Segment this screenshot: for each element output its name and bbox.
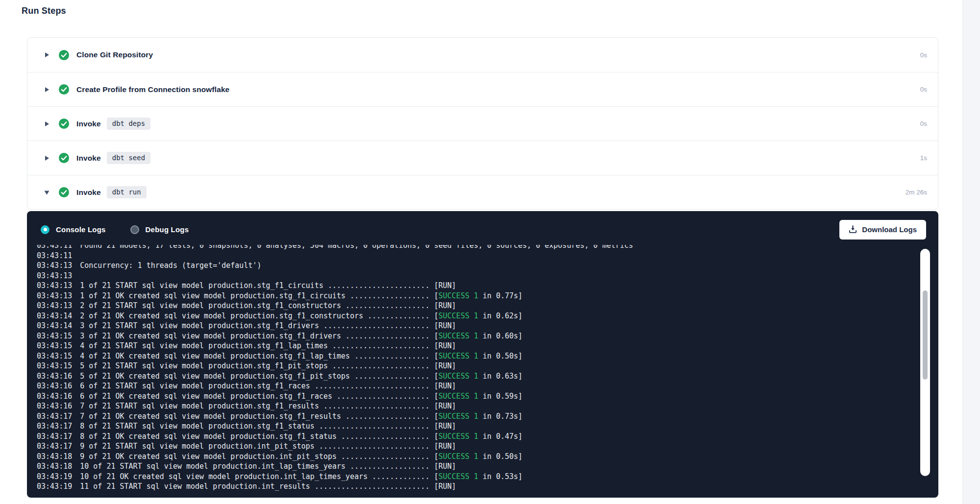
success-check-icon — [59, 50, 69, 60]
step-command-badge: dbt deps — [107, 118, 150, 130]
step-label: Create Profile from Connection snowflake — [76, 85, 229, 94]
step-label: Invoke — [76, 154, 101, 163]
log-timestamp: 03:43:16 — [37, 381, 72, 391]
caret-icon[interactable] — [44, 121, 49, 127]
page-title: Run Steps — [22, 6, 66, 16]
log-scrollbar-thumb[interactable] — [923, 290, 928, 380]
page-background-gutter — [962, 0, 980, 504]
step-row[interactable]: Clone Git Repository 0s — [27, 38, 938, 72]
step-label: Invoke — [76, 188, 101, 197]
step-row[interactable]: Invoke dbt seed 1s — [27, 141, 938, 175]
log-line: 03:43:143 of 21 START sql view model pro… — [37, 321, 919, 331]
log-timestamp: 03:43:17 — [37, 411, 72, 422]
radio-selected-icon[interactable] — [41, 225, 49, 234]
log-line: 03:43:1911 of 21 START sql view model pr… — [37, 481, 919, 491]
debug-logs-label: Debug Logs — [146, 225, 189, 234]
success-status-text: SUCCESS 1 — [439, 352, 478, 360]
log-line: 03:43:166 of 21 START sql view model pro… — [37, 381, 919, 391]
step-duration: 0s — [920, 51, 927, 59]
log-line: 03:43:165 of 21 OK created sql view mode… — [37, 371, 919, 382]
log-timestamp: 03:43:14 — [37, 311, 72, 321]
log-timestamp: 03:43:18 — [37, 452, 72, 462]
console-log-output[interactable]: 03:43:11Found 21 models, 17 tests, 0 sna… — [27, 245, 919, 491]
step-label: Invoke — [76, 120, 101, 128]
caret-icon[interactable] — [44, 190, 49, 195]
success-check-icon — [59, 119, 69, 129]
log-timestamp: 03:43:16 — [37, 401, 72, 411]
log-timestamp: 03:43:14 — [37, 321, 72, 331]
log-line: 03:43:132 of 21 START sql view model pro… — [37, 301, 919, 311]
download-icon — [849, 225, 857, 234]
log-timestamp: 03:43:13 — [37, 291, 72, 301]
log-timestamp: 03:43:19 — [37, 481, 72, 491]
log-line: 03:43:166 of 21 OK created sql view mode… — [37, 391, 919, 402]
run-steps-list: Clone Git Repository 0s Create Profile f… — [27, 37, 938, 210]
log-scrollbar[interactable] — [920, 249, 930, 476]
success-check-icon — [59, 187, 69, 197]
step-duration: 2m 26s — [906, 189, 927, 196]
success-status-text: SUCCESS 1 — [439, 392, 478, 401]
log-timestamp: 03:43:15 — [37, 351, 72, 361]
log-line: 03:43:131 of 21 OK created sql view mode… — [37, 291, 919, 301]
log-line: 03:43:153 of 21 OK created sql view mode… — [37, 331, 919, 341]
log-line: 03:43:131 of 21 START sql view model pro… — [37, 281, 919, 291]
log-line: 03:43:142 of 21 OK created sql view mode… — [37, 311, 919, 321]
log-line: 03:43:11Found 21 models, 17 tests, 0 sna… — [37, 245, 919, 251]
log-panel-header: Console Logs Debug Logs Download Logs — [27, 211, 938, 245]
log-timestamp: 03:43:16 — [37, 371, 72, 382]
caret-icon[interactable] — [44, 87, 49, 93]
radio-unselected-icon[interactable] — [130, 225, 139, 234]
success-check-icon — [59, 153, 69, 163]
log-timestamp: 03:43:17 — [37, 432, 72, 442]
log-timestamp: 03:43:15 — [37, 361, 72, 371]
log-line: 03:43:1810 of 21 START sql view model pr… — [37, 461, 919, 472]
log-timestamp: 03:43:18 — [37, 461, 72, 472]
step-label: Clone Git Repository — [76, 50, 153, 59]
log-timestamp: 03:43:15 — [37, 341, 72, 351]
log-line: 03:43:154 of 21 START sql view model pro… — [37, 341, 919, 351]
log-line: 03:43:155 of 21 START sql view model pro… — [37, 361, 919, 371]
log-line: 03:43:189 of 21 OK created sql view mode… — [37, 452, 919, 462]
step-row[interactable]: Invoke dbt deps 0s — [27, 106, 938, 141]
caret-icon[interactable] — [44, 52, 49, 58]
log-line: 03:43:167 of 21 START sql view model pro… — [37, 401, 919, 411]
step-command-badge: dbt run — [107, 186, 147, 198]
success-status-text: SUCCESS 1 — [439, 472, 478, 481]
log-line: 03:43:1910 of 21 OK created sql view mod… — [37, 472, 919, 482]
log-line: 03:43:178 of 21 START sql view model pro… — [37, 421, 919, 432]
log-line: 03:43:13 — [37, 271, 919, 281]
debug-logs-radio[interactable]: Debug Logs — [130, 225, 189, 234]
log-line: 03:43:178 of 21 OK created sql view mode… — [37, 432, 919, 442]
success-check-icon — [59, 84, 69, 95]
step-duration: 0s — [920, 86, 927, 93]
log-line: 03:43:154 of 21 OK created sql view mode… — [37, 351, 919, 361]
step-duration: 0s — [920, 120, 927, 127]
download-logs-label: Download Logs — [862, 225, 917, 234]
log-timestamp: 03:43:11 — [37, 245, 72, 251]
success-status-text: SUCCESS 1 — [439, 372, 478, 381]
log-line: 03:43:11 — [37, 251, 919, 261]
log-line: 03:43:13Concurrency: 1 threads (target='… — [37, 261, 919, 271]
step-row[interactable]: Create Profile from Connection snowflake… — [27, 72, 938, 106]
console-logs-radio[interactable]: Console Logs — [41, 225, 106, 234]
step-row[interactable]: Invoke dbt run 2m 26s — [27, 175, 938, 209]
log-timestamp: 03:43:19 — [37, 472, 72, 482]
caret-icon[interactable] — [44, 155, 49, 161]
log-timestamp: 03:43:16 — [37, 391, 72, 402]
log-timestamp: 03:43:11 — [37, 251, 72, 261]
success-status-text: SUCCESS 1 — [439, 432, 478, 441]
log-line: 03:43:179 of 21 START sql view model pro… — [37, 441, 919, 452]
success-status-text: SUCCESS 1 — [439, 452, 478, 461]
log-timestamp: 03:43:13 — [37, 281, 72, 291]
console-logs-label: Console Logs — [56, 225, 106, 234]
step-duration: 1s — [920, 154, 927, 162]
success-status-text: SUCCESS 1 — [439, 412, 478, 421]
log-timestamp: 03:43:13 — [37, 271, 72, 281]
success-status-text: SUCCESS 1 — [439, 312, 478, 320]
log-panel: Console Logs Debug Logs Download Logs 03… — [27, 211, 938, 498]
log-line: 03:43:177 of 21 OK created sql view mode… — [37, 411, 919, 422]
success-status-text: SUCCESS 1 — [439, 291, 478, 300]
download-logs-button[interactable]: Download Logs — [839, 220, 926, 240]
log-timestamp: 03:43:13 — [37, 261, 72, 271]
log-timestamp: 03:43:15 — [37, 331, 72, 341]
